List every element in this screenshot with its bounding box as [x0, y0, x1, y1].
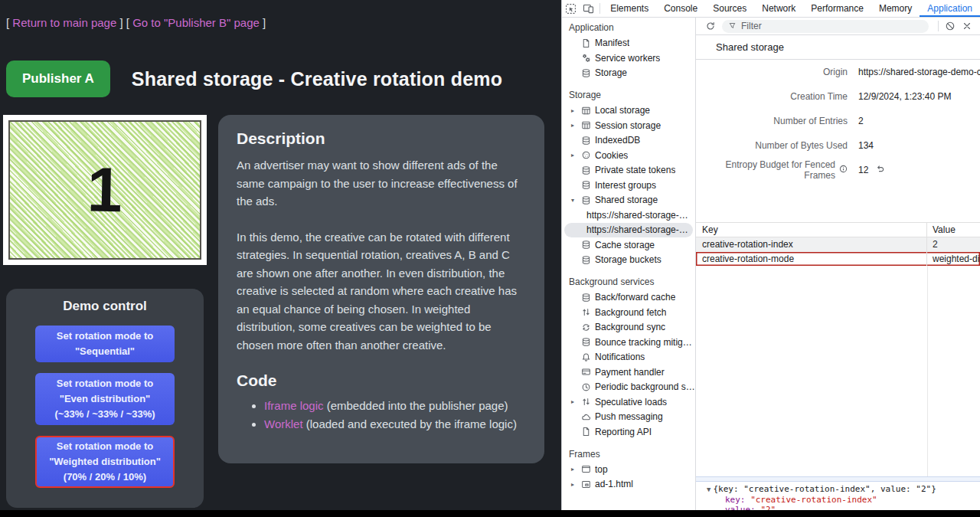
sidebar-item-notifications[interactable]: Notifications [562, 350, 695, 365]
clear-all-icon[interactable] [942, 21, 959, 31]
sidebar-item-storage-buckets[interactable]: Storage buckets [562, 253, 695, 268]
preview-summary: ▼{key: "creative-rotation-index", value:… [707, 484, 980, 495]
preview-splitter[interactable] [696, 476, 980, 482]
sidebar-section-frames: Frames [562, 447, 695, 463]
sidebar-item-storage[interactable]: Storage [562, 66, 695, 81]
disclosure-right-icon[interactable]: ▸ [571, 152, 581, 159]
nav-bracket: ] [260, 16, 266, 29]
nav-link-return-to-main-page[interactable]: Return to main page [12, 16, 116, 29]
meta-row-entropy-budget-for-fenced-frames: Entropy Budget for Fenced Frames12 [696, 158, 980, 182]
sidebar-item-speculative-loads[interactable]: ▸Speculative loads [562, 394, 695, 410]
demo-control-buttons: Set rotation mode to"Sequential"Set rota… [6, 326, 204, 488]
sidebar-section-storage: Storage [562, 88, 695, 103]
expand-caret-icon[interactable]: ▼ [707, 486, 710, 493]
sidebar-item-payment-handler[interactable]: Payment handler [562, 365, 695, 380]
sidebar-item-indexeddb[interactable]: IndexedDB [562, 133, 695, 149]
sidebar-item-cookies[interactable]: ▸Cookies [562, 148, 695, 163]
device-toolbar-icon[interactable] [580, 0, 597, 17]
code-link-iframe-logic[interactable]: Iframe logic [264, 399, 324, 412]
filter-box[interactable] [722, 20, 929, 33]
sidebar-item-ad-1-html[interactable]: ▸ad-1.html [562, 477, 695, 492]
devtools-tab-application[interactable]: Application [920, 0, 980, 17]
info-icon[interactable] [835, 165, 848, 175]
table-icon [581, 106, 595, 116]
page-header: Publisher A Shared storage - Creative ro… [6, 61, 502, 97]
grid-row-creative-rotation-index[interactable]: creative-rotation-index2 [696, 237, 980, 252]
disclosure-right-icon[interactable]: ▸ [571, 107, 581, 114]
sidebar-item-reporting-api[interactable]: Reporting API [562, 424, 695, 440]
nav-link-go-to-publisher-b-page[interactable]: Go to "Publisher B" page [132, 16, 260, 29]
grid-row-creative-rotation-mode[interactable]: creative-rotation-modeweighted-dist [696, 252, 980, 267]
sidebar-item-top[interactable]: ▸top [562, 462, 695, 477]
shared-storage-title: Shared storage [696, 35, 980, 60]
sidebar-item-bounce-tracking-mitiga[interactable]: Bounce tracking mitiga… [562, 335, 695, 350]
sidebar-item-shared-storage-origin[interactable]: https://shared-storage-d… [564, 223, 693, 238]
key-value-grid: KeyValuecreative-rotation-index2creative… [696, 222, 980, 266]
grid-column-value[interactable]: Value [927, 223, 980, 237]
code-heading: Code [237, 371, 526, 390]
devtools-tab-network[interactable]: Network [754, 0, 803, 17]
description-paragraphs: An advertiser may want to show different… [237, 156, 526, 354]
service-workers-icon [581, 53, 595, 63]
devtools-tab-performance[interactable]: Performance [803, 0, 871, 17]
sidebar-item-service-workers[interactable]: Service workers [562, 51, 695, 66]
sidebar-item-periodic-background-s[interactable]: Periodic background s… [562, 380, 695, 395]
rotation-mode-button-2[interactable]: Set rotation mode to"Even distribution"(… [35, 373, 175, 425]
code-list-item: Worklet (loaded and executed by the ifra… [264, 415, 526, 434]
sidebar-item-background-sync[interactable]: Background sync [562, 320, 695, 335]
disclosure-right-icon[interactable]: ▸ [571, 466, 581, 473]
filter-input[interactable] [741, 21, 923, 31]
disclosure-right-icon[interactable]: ▸ [571, 481, 581, 488]
disclosure-right-icon[interactable]: ▸ [571, 398, 581, 405]
frame-icon [581, 464, 595, 474]
devtools-tab-sources[interactable]: Sources [705, 0, 754, 17]
clock-icon [581, 382, 595, 392]
devtools-tab-console[interactable]: Console [656, 0, 705, 17]
page-nav: [ Return to main page ] [ Go to "Publish… [6, 16, 266, 29]
card-icon [581, 367, 595, 377]
disclosure-right-icon[interactable]: ▸ [571, 122, 581, 129]
inspect-element-icon[interactable] [562, 0, 580, 17]
database-icon [581, 136, 595, 146]
disclosure-down-icon[interactable]: ▾ [571, 197, 581, 204]
sidebar-item-shared-storage-origin[interactable]: https://shared-storage-d… [564, 208, 693, 223]
preview-prop-key: key: "creative-rotation-index" [707, 495, 980, 505]
meta-row-origin: Originhttps://shared-storage-demo-co [696, 60, 980, 84]
shared-storage-metadata: Originhttps://shared-storage-demo-coCrea… [696, 60, 980, 182]
publisher-badge: Publisher A [6, 61, 110, 97]
description-panel: Description An advertiser may want to sh… [218, 115, 544, 463]
reload-icon[interactable] [702, 21, 719, 31]
code-link-worklet[interactable]: Worklet [264, 417, 303, 430]
sidebar-item-manifest[interactable]: Manifest [562, 36, 695, 51]
demo-control-panel: Demo control Set rotation mode to"Sequen… [6, 289, 204, 508]
sidebar-item-session-storage[interactable]: ▸Session storage [562, 118, 695, 133]
sync-icon [581, 322, 595, 332]
sidebar-item-push-messaging[interactable]: Push messaging [562, 410, 695, 425]
grid-header-row: KeyValue [696, 223, 980, 237]
metadata-grid-gap [696, 182, 980, 222]
devtools-tab-elements[interactable]: Elements [603, 0, 656, 17]
iframe-icon [581, 479, 595, 489]
shared-storage-main-panel: Shared storage Originhttps://shared-stor… [696, 18, 980, 510]
rotation-mode-button-1[interactable]: Set rotation mode to"Sequential" [35, 326, 175, 362]
sidebar-item-background-fetch[interactable]: Background fetch [562, 305, 695, 320]
reset-budget-icon[interactable] [868, 164, 885, 176]
sidebar-item-shared-storage[interactable]: ▾Shared storage [562, 193, 695, 208]
document-icon [581, 38, 595, 48]
delete-selected-icon[interactable] [959, 21, 975, 31]
ad-creative: 1 [8, 120, 201, 260]
application-panel-sidebar: ApplicationManifestService workersStorag… [562, 18, 696, 510]
grid-column-key[interactable]: Key [696, 223, 927, 237]
sidebar-item-interest-groups[interactable]: Interest groups [562, 178, 695, 193]
sidebar-item-back-forward-cache[interactable]: Back/forward cache [562, 290, 695, 306]
devtools-tab-memory[interactable]: Memory [871, 0, 920, 17]
devtools-tabbar: ElementsConsoleSourcesNetworkPerformance… [562, 0, 980, 18]
sidebar-item-local-storage[interactable]: ▸Local storage [562, 103, 695, 119]
grid-empty-area [696, 266, 980, 476]
creative-frame: 1 [3, 115, 207, 265]
document-icon [581, 427, 595, 437]
description-heading: Description [237, 129, 526, 148]
sidebar-item-private-state-tokens[interactable]: Private state tokens [562, 163, 695, 178]
rotation-mode-button-3[interactable]: Set rotation mode to"Weighted distributi… [35, 436, 175, 488]
sidebar-item-cache-storage[interactable]: Cache storage [562, 237, 695, 253]
